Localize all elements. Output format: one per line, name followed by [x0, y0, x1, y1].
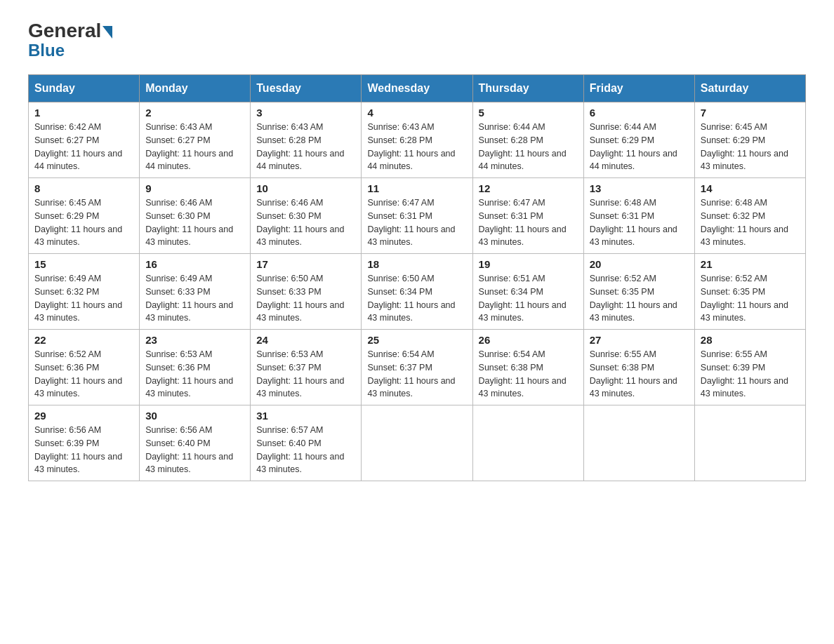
calendar-day-cell: 8Sunrise: 6:45 AMSunset: 6:29 PMDaylight… [29, 178, 140, 254]
day-number: 15 [34, 258, 133, 270]
day-number: 27 [590, 334, 689, 346]
day-number: 20 [590, 258, 689, 270]
day-number: 22 [34, 334, 133, 346]
day-number: 18 [367, 258, 466, 270]
calendar-week-row: 1Sunrise: 6:42 AMSunset: 6:27 PMDaylight… [29, 102, 806, 178]
day-info: Sunrise: 6:57 AMSunset: 6:40 PMDaylight:… [256, 424, 355, 476]
weekday-header-row: SundayMondayTuesdayWednesdayThursdayFrid… [29, 75, 806, 102]
day-number: 16 [145, 258, 244, 270]
day-info: Sunrise: 6:48 AMSunset: 6:32 PMDaylight:… [701, 196, 800, 249]
day-info: Sunrise: 6:55 AMSunset: 6:38 PMDaylight:… [590, 348, 689, 401]
calendar-table: SundayMondayTuesdayWednesdayThursdayFrid… [28, 74, 806, 481]
calendar-day-cell: 2Sunrise: 6:43 AMSunset: 6:27 PMDaylight… [140, 102, 251, 178]
calendar-week-row: 8Sunrise: 6:45 AMSunset: 6:29 PMDaylight… [29, 178, 806, 254]
calendar-day-cell [472, 405, 583, 481]
day-number: 5 [479, 107, 578, 119]
day-info: Sunrise: 6:47 AMSunset: 6:31 PMDaylight:… [367, 196, 466, 249]
calendar-day-cell: 26Sunrise: 6:54 AMSunset: 6:38 PMDayligh… [472, 330, 583, 405]
day-info: Sunrise: 6:46 AMSunset: 6:30 PMDaylight:… [256, 196, 355, 249]
day-info: Sunrise: 6:49 AMSunset: 6:32 PMDaylight:… [34, 272, 133, 325]
calendar-day-cell: 21Sunrise: 6:52 AMSunset: 6:35 PMDayligh… [694, 254, 805, 330]
day-number: 1 [34, 107, 133, 119]
day-number: 23 [145, 334, 244, 346]
weekday-header-cell: Tuesday [251, 75, 362, 102]
weekday-header-cell: Sunday [29, 75, 140, 102]
calendar-day-cell: 31Sunrise: 6:57 AMSunset: 6:40 PMDayligh… [251, 405, 362, 481]
calendar-day-cell: 4Sunrise: 6:43 AMSunset: 6:28 PMDaylight… [362, 102, 472, 178]
logo: General Blue [28, 21, 112, 60]
day-info: Sunrise: 6:43 AMSunset: 6:28 PMDaylight:… [256, 121, 355, 173]
day-number: 25 [367, 334, 466, 346]
day-number: 13 [590, 182, 689, 194]
calendar-day-cell: 13Sunrise: 6:48 AMSunset: 6:31 PMDayligh… [583, 178, 694, 254]
weekday-header-cell: Monday [140, 75, 251, 102]
day-info: Sunrise: 6:44 AMSunset: 6:28 PMDaylight:… [479, 121, 578, 173]
day-info: Sunrise: 6:48 AMSunset: 6:31 PMDaylight:… [590, 196, 689, 249]
day-info: Sunrise: 6:55 AMSunset: 6:39 PMDaylight:… [701, 348, 800, 401]
day-number: 4 [367, 107, 466, 119]
calendar-day-cell [362, 405, 472, 481]
day-info: Sunrise: 6:56 AMSunset: 6:39 PMDaylight:… [34, 424, 133, 476]
day-number: 6 [590, 107, 689, 119]
day-number: 2 [145, 107, 244, 119]
calendar-day-cell: 24Sunrise: 6:53 AMSunset: 6:37 PMDayligh… [251, 330, 362, 405]
calendar-day-cell: 23Sunrise: 6:53 AMSunset: 6:36 PMDayligh… [140, 330, 251, 405]
calendar-day-cell: 29Sunrise: 6:56 AMSunset: 6:39 PMDayligh… [29, 405, 140, 481]
calendar-day-cell: 18Sunrise: 6:50 AMSunset: 6:34 PMDayligh… [362, 254, 472, 330]
calendar-day-cell: 28Sunrise: 6:55 AMSunset: 6:39 PMDayligh… [694, 330, 805, 405]
calendar-day-cell: 9Sunrise: 6:46 AMSunset: 6:30 PMDaylight… [140, 178, 251, 254]
calendar-week-row: 15Sunrise: 6:49 AMSunset: 6:32 PMDayligh… [29, 254, 806, 330]
calendar-day-cell: 27Sunrise: 6:55 AMSunset: 6:38 PMDayligh… [583, 330, 694, 405]
day-number: 31 [256, 410, 355, 422]
day-number: 26 [479, 334, 578, 346]
logo-general-text: General [28, 21, 112, 41]
day-number: 11 [367, 182, 466, 194]
day-info: Sunrise: 6:49 AMSunset: 6:33 PMDaylight:… [145, 272, 244, 325]
calendar-day-cell: 10Sunrise: 6:46 AMSunset: 6:30 PMDayligh… [251, 178, 362, 254]
weekday-header-cell: Wednesday [362, 75, 472, 102]
day-info: Sunrise: 6:52 AMSunset: 6:35 PMDaylight:… [701, 272, 800, 325]
calendar-day-cell: 20Sunrise: 6:52 AMSunset: 6:35 PMDayligh… [583, 254, 694, 330]
calendar-day-cell: 6Sunrise: 6:44 AMSunset: 6:29 PMDaylight… [583, 102, 694, 178]
day-info: Sunrise: 6:52 AMSunset: 6:36 PMDaylight:… [34, 348, 133, 401]
day-number: 21 [701, 258, 800, 270]
day-info: Sunrise: 6:51 AMSunset: 6:34 PMDaylight:… [479, 272, 578, 325]
day-info: Sunrise: 6:45 AMSunset: 6:29 PMDaylight:… [34, 196, 133, 249]
day-number: 28 [701, 334, 800, 346]
weekday-header-cell: Friday [583, 75, 694, 102]
day-number: 10 [256, 182, 355, 194]
day-number: 9 [145, 182, 244, 194]
day-info: Sunrise: 6:53 AMSunset: 6:36 PMDaylight:… [145, 348, 244, 401]
calendar-day-cell [583, 405, 694, 481]
day-info: Sunrise: 6:42 AMSunset: 6:27 PMDaylight:… [34, 121, 133, 173]
day-info: Sunrise: 6:43 AMSunset: 6:28 PMDaylight:… [367, 121, 466, 173]
day-info: Sunrise: 6:53 AMSunset: 6:37 PMDaylight:… [256, 348, 355, 401]
calendar-body: 1Sunrise: 6:42 AMSunset: 6:27 PMDaylight… [29, 102, 806, 481]
day-info: Sunrise: 6:45 AMSunset: 6:29 PMDaylight:… [701, 121, 800, 173]
weekday-header-cell: Saturday [694, 75, 805, 102]
calendar-day-cell: 22Sunrise: 6:52 AMSunset: 6:36 PMDayligh… [29, 330, 140, 405]
day-number: 24 [256, 334, 355, 346]
day-number: 14 [701, 182, 800, 194]
day-info: Sunrise: 6:56 AMSunset: 6:40 PMDaylight:… [145, 424, 244, 476]
day-info: Sunrise: 6:50 AMSunset: 6:34 PMDaylight:… [367, 272, 466, 325]
logo-blue-text: Blue [28, 41, 65, 60]
day-info: Sunrise: 6:47 AMSunset: 6:31 PMDaylight:… [479, 196, 578, 249]
calendar-day-cell: 15Sunrise: 6:49 AMSunset: 6:32 PMDayligh… [29, 254, 140, 330]
day-number: 7 [701, 107, 800, 119]
calendar-day-cell: 16Sunrise: 6:49 AMSunset: 6:33 PMDayligh… [140, 254, 251, 330]
calendar-day-cell: 19Sunrise: 6:51 AMSunset: 6:34 PMDayligh… [472, 254, 583, 330]
calendar-day-cell: 12Sunrise: 6:47 AMSunset: 6:31 PMDayligh… [472, 178, 583, 254]
day-number: 17 [256, 258, 355, 270]
calendar-day-cell: 5Sunrise: 6:44 AMSunset: 6:28 PMDaylight… [472, 102, 583, 178]
day-number: 19 [479, 258, 578, 270]
calendar-day-cell: 14Sunrise: 6:48 AMSunset: 6:32 PMDayligh… [694, 178, 805, 254]
calendar-day-cell: 1Sunrise: 6:42 AMSunset: 6:27 PMDaylight… [29, 102, 140, 178]
day-info: Sunrise: 6:46 AMSunset: 6:30 PMDaylight:… [145, 196, 244, 249]
day-info: Sunrise: 6:43 AMSunset: 6:27 PMDaylight:… [145, 121, 244, 173]
day-number: 30 [145, 410, 244, 422]
day-number: 12 [479, 182, 578, 194]
calendar-day-cell: 17Sunrise: 6:50 AMSunset: 6:33 PMDayligh… [251, 254, 362, 330]
calendar-day-cell: 7Sunrise: 6:45 AMSunset: 6:29 PMDaylight… [694, 102, 805, 178]
calendar-day-cell: 25Sunrise: 6:54 AMSunset: 6:37 PMDayligh… [362, 330, 472, 405]
